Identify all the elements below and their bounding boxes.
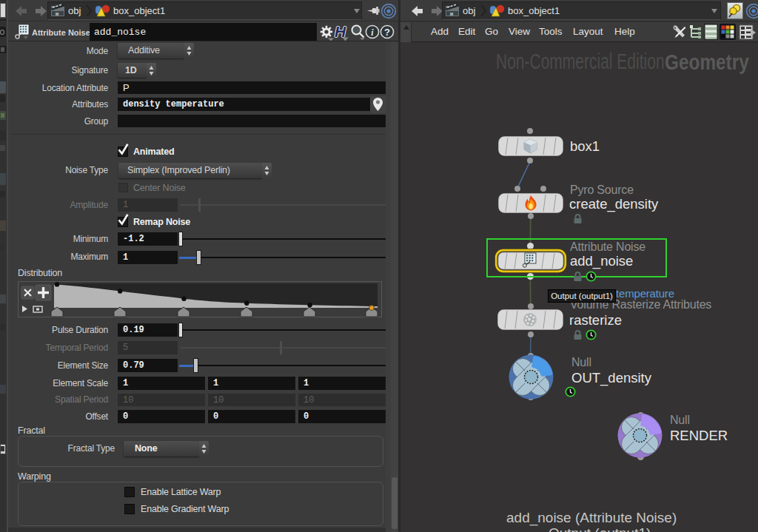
svg-text:?: ? (384, 27, 390, 38)
svg-text:M: M (450, 12, 453, 16)
svg-text:M: M (56, 12, 58, 16)
